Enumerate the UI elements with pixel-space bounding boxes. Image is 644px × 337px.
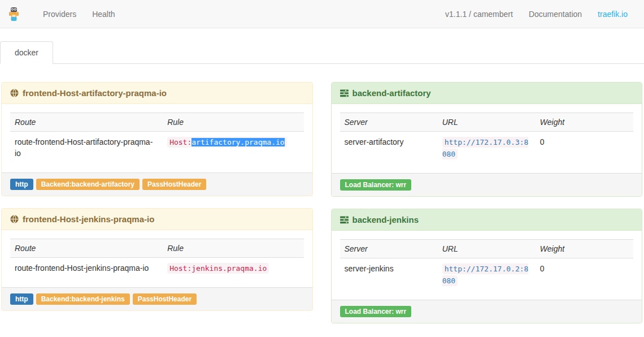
column-header-server: Server (340, 113, 438, 132)
server-url-link[interactable]: http://172.17.0.3:8080 (442, 138, 529, 158)
nav-link-providers[interactable]: Providers (35, 10, 84, 19)
selected-text: artifactory.praqma.io (192, 138, 284, 146)
backend-panel-artifactory: backend-artifactory Server URL Weight se… (331, 82, 643, 197)
column-header-url: URL (438, 240, 536, 258)
backend-panel-body: Server URL Weight server-jenkins http://… (332, 231, 642, 300)
column-header-rule: Rule (163, 239, 303, 257)
frontend-panel-jenkins: frontend-Host-jenkins-praqma-io Route Ru… (1, 208, 313, 311)
rule-cell: Host:artifactory.praqma.io (163, 132, 303, 164)
frontend-panel-artifactory: frontend-Host-artifactory-praqma-io Rout… (1, 82, 313, 196)
navbar-left: Providers Health (8, 7, 123, 21)
backends-column: backend-artifactory Server URL Weight se… (331, 82, 643, 335)
backend-panel-footer: Load Balancer: wrr (332, 173, 642, 196)
frontends-column: frontend-Host-artifactory-praqma-io Rout… (1, 82, 313, 323)
nav-link-documentation[interactable]: Documentation (521, 10, 590, 19)
column-header-route: Route (10, 239, 163, 257)
protocol-badge: http (10, 179, 33, 190)
passhostheader-badge: PassHostHeader (142, 179, 206, 190)
server-stack-icon (340, 89, 349, 97)
load-balancer-badge: Load Balancer: wrr (340, 306, 412, 317)
nav-link-traefik-io[interactable]: traefik.io (590, 10, 636, 19)
main-content: frontend-Host-artifactory-praqma-io Rout… (0, 64, 644, 335)
protocol-badge: http (10, 293, 33, 305)
rule-code: Host:jenkins.praqma.io (167, 263, 269, 274)
server-weight: 0 (536, 258, 633, 291)
table-row: server-jenkins http://172.17.0.2:8080 0 (340, 258, 634, 291)
table-row: route-frontend-Host-jenkins-praqma-io Ho… (10, 257, 304, 278)
backend-badge: Backend:backend-artifactory (36, 179, 140, 190)
column-header-route: Route (10, 113, 163, 132)
traefik-mascot-icon (8, 7, 19, 21)
column-header-url: URL (438, 113, 536, 132)
globe-icon (10, 215, 19, 223)
column-header-rule: Rule (163, 113, 303, 132)
servers-table: Server URL Weight server-artifactory htt… (340, 113, 634, 165)
server-url-code: http://172.17.0.2:8080 (442, 263, 529, 286)
table-row: server-artifactory http://172.17.0.3:808… (340, 132, 634, 165)
rule-cell: Host:jenkins.praqma.io (163, 257, 303, 278)
route-name: route-frontend-Host-jenkins-praqma-io (10, 257, 163, 278)
frontend-title: frontend-Host-jenkins-praqma-io (23, 214, 154, 224)
backend-panel-body: Server URL Weight server-artifactory htt… (332, 104, 642, 173)
server-name: server-jenkins (340, 258, 438, 291)
routes-table: Route Rule route-frontend-Host-jenkins-p… (10, 239, 304, 279)
frontend-panel-footer: http Backend:backend-artifactory PassHos… (2, 172, 312, 196)
frontend-panel-heading: frontend-Host-jenkins-praqma-io (2, 209, 312, 230)
routes-table: Route Rule route-frontend-Host-artifacto… (10, 113, 304, 164)
tab-docker[interactable]: docker (0, 41, 53, 64)
server-stack-icon (340, 216, 349, 224)
provider-tabs: docker (0, 41, 644, 64)
backend-panel-jenkins: backend-jenkins Server URL Weight server… (331, 209, 643, 323)
frontend-panel-body: Route Rule route-frontend-Host-jenkins-p… (2, 230, 312, 287)
passhostheader-badge: PassHostHeader (133, 293, 197, 305)
server-url-cell: http://172.17.0.3:8080 (438, 132, 536, 165)
top-navbar: Providers Health v1.1.1 / camembert Docu… (0, 0, 644, 28)
column-header-server: Server (340, 240, 438, 258)
navbar-right: v1.1.1 / camembert Documentation traefik… (437, 10, 636, 19)
route-name: route-frontend-Host-artifactory-praqma-i… (10, 132, 163, 164)
server-name: server-artifactory (340, 132, 438, 165)
nav-link-health[interactable]: Health (84, 10, 123, 19)
backend-badge: Backend:backend-jenkins (36, 293, 130, 305)
frontend-panel-footer: http Backend:backend-jenkins PassHostHea… (2, 287, 312, 310)
frontend-panel-heading: frontend-Host-artifactory-praqma-io (2, 83, 312, 104)
servers-table: Server URL Weight server-jenkins http://… (340, 239, 634, 291)
backend-panel-footer: Load Balancer: wrr (332, 300, 642, 323)
version-label: v1.1.1 / camembert (437, 10, 521, 19)
backend-panel-heading: backend-jenkins (332, 209, 642, 231)
backend-title: backend-artifactory (353, 88, 431, 98)
frontend-panel-body: Route Rule route-frontend-Host-artifacto… (2, 104, 312, 172)
backend-title: backend-jenkins (353, 215, 419, 224)
load-balancer-badge: Load Balancer: wrr (340, 179, 412, 191)
server-url-cell: http://172.17.0.2:8080 (438, 258, 536, 291)
table-row: route-frontend-Host-artifactory-praqma-i… (10, 132, 304, 164)
column-header-weight: Weight (536, 113, 633, 132)
frontend-title: frontend-Host-artifactory-praqma-io (23, 88, 167, 98)
server-url-code: http://172.17.0.3:8080 (442, 137, 529, 159)
globe-icon (10, 89, 19, 97)
rule-code: Host:artifactory.praqma.io (167, 137, 287, 148)
server-weight: 0 (536, 132, 633, 165)
backend-panel-heading: backend-artifactory (332, 83, 642, 104)
column-header-weight: Weight (536, 240, 633, 258)
server-url-link[interactable]: http://172.17.0.2:8080 (442, 265, 529, 285)
